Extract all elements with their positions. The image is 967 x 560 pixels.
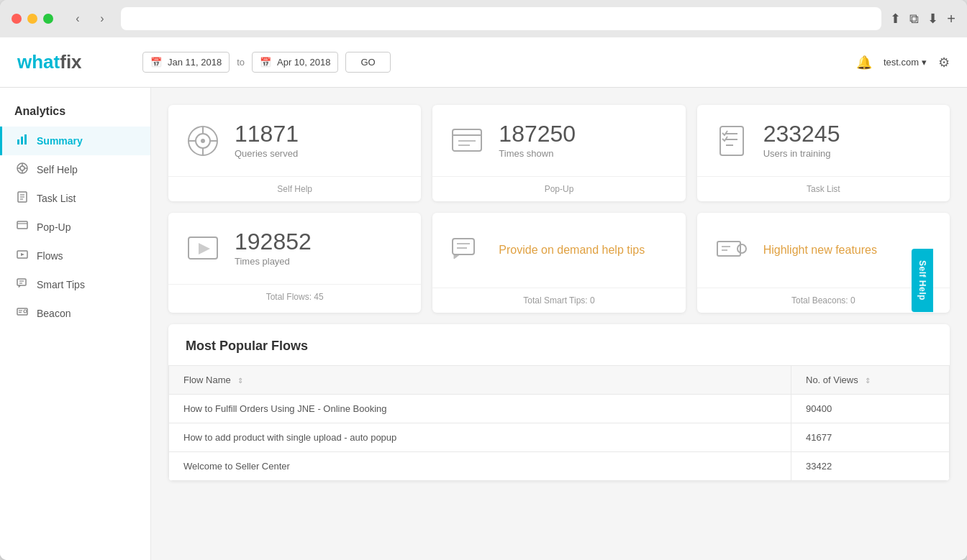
sort-flow-name-icon: ⇕ xyxy=(237,377,243,385)
main-layout: Analytics Summary xyxy=(0,88,967,560)
date-range: 📅 Jan 11, 2018 to 📅 Apr 10, 2018 GO xyxy=(142,52,391,73)
sidebar-item-smart-tips[interactable]: Smart Tips xyxy=(0,270,150,299)
popup-label: Times shown xyxy=(499,148,576,159)
beacon-icon xyxy=(17,306,28,321)
smart-tips-icon xyxy=(17,277,28,292)
sidebar-item-flows[interactable]: Flows xyxy=(0,242,150,270)
table-title: Most Popular Flows xyxy=(168,324,950,365)
flow-views-cell: 41677 xyxy=(791,423,950,452)
svg-rect-41 xyxy=(453,239,474,254)
table-row: How to Fulfill Orders Using JNE - Online… xyxy=(169,395,950,423)
svg-rect-17 xyxy=(17,279,26,285)
self-help-icon xyxy=(17,162,28,177)
task-list-stat-icon xyxy=(714,124,749,158)
smart-tips-footer: Total Smart Tips: 0 xyxy=(432,288,685,313)
date-to-input[interactable]: 📅 Apr 10, 2018 xyxy=(252,52,338,73)
tab-icon[interactable]: ⧉ xyxy=(909,12,919,27)
svg-point-47 xyxy=(737,244,746,253)
sidebar-item-self-help[interactable]: Self Help xyxy=(0,155,150,184)
task-list-stat-info: 233245 Users in training xyxy=(763,122,840,159)
self-help-label: Queries served xyxy=(235,148,299,159)
self-help-stat-body: 11871 Queries served xyxy=(168,105,421,176)
url-input[interactable] xyxy=(159,14,844,24)
sidebar-item-task-list[interactable]: Task List xyxy=(0,184,150,213)
smart-tips-stat-body: Provide on demand help tips xyxy=(432,213,685,288)
flows-value: 192852 xyxy=(235,230,312,253)
flows-stat-icon xyxy=(186,231,220,266)
task-list-value: 233245 xyxy=(763,122,840,145)
sidebar-self-help-label: Self Help xyxy=(37,164,78,175)
flows-label: Times played xyxy=(235,256,312,267)
beacon-stat-icon xyxy=(714,233,749,267)
self-help-sidebar-tab[interactable]: Self Help xyxy=(912,249,933,312)
calendar-from-icon: 📅 xyxy=(150,57,162,68)
forward-button[interactable]: › xyxy=(92,9,112,29)
sidebar: Analytics Summary xyxy=(0,88,151,560)
popup-stat-body: 187250 Times shown xyxy=(432,105,685,176)
flow-name-cell: Welcome to Seller Center xyxy=(169,452,791,481)
svg-point-4 xyxy=(20,166,24,170)
flow-name-cell: How to add product with single upload - … xyxy=(169,423,791,452)
app-logo: whatfix xyxy=(17,51,96,73)
flows-stat-info: 192852 Times played xyxy=(235,230,312,267)
address-bar[interactable] xyxy=(121,7,881,30)
notification-bell-icon[interactable]: 🔔 xyxy=(856,55,872,70)
date-from-input[interactable]: 📅 Jan 11, 2018 xyxy=(142,52,230,73)
stats-grid-row1: 11871 Queries served Self Help xyxy=(168,105,950,201)
self-help-footer: Self Help xyxy=(168,176,421,201)
sidebar-task-list-label: Task List xyxy=(37,193,76,204)
task-list-stat-body: 233245 Users in training xyxy=(697,105,950,176)
svg-rect-2 xyxy=(24,134,27,144)
account-name: test.com xyxy=(884,57,919,68)
col-flow-name[interactable]: Flow Name ⇕ xyxy=(169,366,791,395)
flows-table: Flow Name ⇕ No. of Views ⇕ How to F xyxy=(168,365,950,481)
svg-marker-16 xyxy=(21,253,24,256)
sidebar-item-summary[interactable]: Summary xyxy=(0,127,150,155)
calendar-to-icon: 📅 xyxy=(260,57,271,68)
date-from-value: Jan 11, 2018 xyxy=(168,57,222,68)
flow-views-cell: 33422 xyxy=(791,452,950,481)
popup-stat-info: 187250 Times shown xyxy=(499,122,576,159)
content-area: 11871 Queries served Self Help xyxy=(151,88,967,560)
sidebar-beacon-label: Beacon xyxy=(37,308,71,319)
minimize-button[interactable] xyxy=(27,14,37,24)
table-row: How to add product with single upload - … xyxy=(169,423,950,452)
browser-actions: ⬆ ⧉ ⬇ + xyxy=(890,11,955,27)
popup-footer: Pop-Up xyxy=(432,176,685,201)
self-help-stat-card: 11871 Queries served Self Help xyxy=(168,105,421,201)
browser-titlebar: ‹ › ⬆ ⧉ ⬇ + xyxy=(0,0,967,37)
sort-views-icon: ⇕ xyxy=(865,377,871,385)
close-button[interactable] xyxy=(12,14,22,24)
task-list-stat-card: 233245 Users in training Task List xyxy=(697,105,950,201)
sidebar-summary-label: Summary xyxy=(37,135,83,147)
settings-gear-icon[interactable]: ⚙ xyxy=(938,55,950,70)
account-selector[interactable]: test.com ▾ xyxy=(884,57,927,68)
sidebar-section-title: Analytics xyxy=(0,99,150,127)
app-wrapper: whatfix 📅 Jan 11, 2018 to 📅 Apr 10, 2018… xyxy=(0,37,967,560)
col-flow-name-label: Flow Name xyxy=(183,375,231,385)
col-views[interactable]: No. of Views ⇕ xyxy=(791,366,950,395)
svg-rect-20 xyxy=(17,308,27,315)
dropdown-arrow-icon: ▾ xyxy=(922,57,927,68)
popup-stat-icon xyxy=(450,124,484,158)
stats-grid-row2: 192852 Times played Total Flows: 45 xyxy=(168,213,950,313)
flow-views-cell: 90400 xyxy=(791,395,950,423)
task-list-footer: Task List xyxy=(697,176,950,201)
date-separator: to xyxy=(237,57,245,68)
back-button[interactable]: ‹ xyxy=(68,9,88,29)
new-tab-button[interactable]: + xyxy=(947,11,955,27)
go-button[interactable]: GO xyxy=(345,52,390,73)
sidebar-item-pop-up[interactable]: Pop-Up xyxy=(0,213,150,242)
svg-rect-31 xyxy=(453,129,481,151)
pop-up-icon xyxy=(17,220,28,234)
share-icon[interactable]: ⬆ xyxy=(890,11,901,27)
maximize-button[interactable] xyxy=(43,14,53,24)
summary-chart-icon xyxy=(17,134,28,148)
download-icon[interactable]: ⬇ xyxy=(927,11,938,27)
sidebar-item-beacon[interactable]: Beacon xyxy=(0,299,150,328)
sidebar-flows-label: Flows xyxy=(37,250,63,262)
nav-buttons: ‹ › xyxy=(68,9,112,29)
smart-tips-stat-card: Provide on demand help tips Total Smart … xyxy=(432,213,685,313)
flows-icon xyxy=(17,249,28,263)
traffic-lights xyxy=(12,14,53,24)
